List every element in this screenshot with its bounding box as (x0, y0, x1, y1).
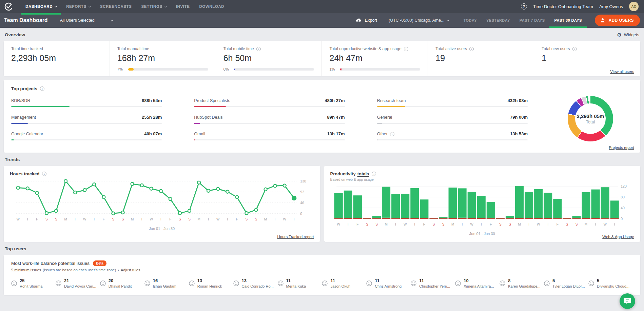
svg-text:120: 120 (621, 184, 627, 188)
svg-text:S: S (246, 217, 248, 221)
range-tab-past-30-days[interactable]: PAST 30 DAYS (549, 13, 586, 28)
min-issues-link[interactable]: 5 minimum issues (11, 268, 41, 272)
svg-text:T: T (394, 222, 396, 226)
nav-item-download[interactable]: DOWNLOAD (194, 0, 229, 13)
user-entry[interactable]: 5Tyler Logan DiLor... (544, 278, 588, 288)
trends-heading: Trends (5, 157, 20, 162)
project-hours: 79h 00m (510, 115, 528, 120)
info-icon[interactable]: i (390, 132, 394, 136)
user-entry[interactable]: 11Jason Okuh (322, 278, 366, 288)
stat-percent: 0% (223, 67, 231, 71)
svg-text:M: M (584, 222, 587, 226)
project-name: Otheri (377, 132, 394, 136)
top-nav: DASHBOARDREPORTSSCREENCASTSSETTINGSINVIT… (0, 0, 644, 13)
svg-text:S: S (442, 222, 444, 226)
svg-text:T: T (293, 217, 295, 221)
timedoctor-logo-icon[interactable] (4, 2, 13, 11)
user-issue-count: 8 (508, 278, 540, 283)
nav-item-reports[interactable]: REPORTS (61, 0, 95, 13)
user-entry[interactable]: 5Divyanshu Choud... (588, 278, 633, 288)
chat-widget-button[interactable] (620, 293, 635, 309)
user-name: Chris Armstrong (375, 284, 402, 288)
svg-text:S: S (188, 217, 191, 221)
user-name[interactable]: Amy Owens (599, 4, 623, 9)
productivity-chart[interactable]: 12080400WTFSSMTWTFSSMTWTFSSMTWTFSSMTWT (330, 183, 635, 230)
info-icon[interactable]: i (572, 47, 577, 51)
adjust-rules-link[interactable]: Adjust rules (121, 268, 140, 272)
productivity-chart-caption: Jun 01 - Jun 30 (330, 232, 635, 236)
avatar[interactable]: AO (629, 2, 639, 11)
svg-text:W: W (216, 217, 220, 221)
progress-track (128, 68, 208, 71)
project-progress-track (11, 139, 162, 140)
svg-text:W: W (17, 217, 20, 221)
user-entry[interactable]: 13Ronan Henrick (189, 278, 233, 288)
project-progress-fill (11, 123, 28, 124)
svg-text:F: F (103, 217, 105, 221)
productivity-subtitle: Based on web & app usage (330, 177, 635, 181)
info-icon[interactable]: i (40, 86, 44, 91)
project-progress-fill (377, 123, 382, 124)
user-name: David Povoa Can... (64, 284, 96, 288)
svg-text:F: F (423, 222, 425, 226)
range-tab-today[interactable]: TODAY (459, 13, 482, 28)
user-entry[interactable]: 25Rohit Sharma (11, 278, 56, 288)
stat-progress: 1% (329, 67, 420, 71)
user-filter-dropdown[interactable]: All Users Selected (60, 18, 113, 23)
timezone-dropdown[interactable]: (UTC -05:00) Chicago, Ame... (389, 18, 449, 23)
range-tab-yesterday[interactable]: YESTERDAY (482, 13, 515, 28)
sad-face-icon (544, 280, 550, 286)
company-name[interactable]: Time Doctor Onboarding Team (533, 4, 593, 9)
nav-item-settings[interactable]: SETTINGS (136, 0, 171, 13)
project-row: BDR/SDR888h 54m (11, 98, 162, 108)
svg-text:S: S (575, 222, 578, 226)
svg-text:S: S (432, 222, 435, 226)
sad-face-icon (189, 280, 195, 286)
user-entry[interactable]: 20Dhaval Pandit (100, 278, 144, 288)
svg-text:T: T (160, 217, 162, 221)
hours-tracked-chart[interactable]: 13892460WTFSSMTWTFSSMTWTFSSMTWTFSSMTWT (10, 178, 314, 225)
web-app-usage-link[interactable]: Web & App Usage (602, 235, 634, 239)
project-hours: 13h 53m (510, 131, 528, 136)
productivity-title-prefix: Productivity (330, 171, 356, 176)
user-entry[interactable]: 8Karen Guadalupe... (500, 278, 544, 288)
projects-report-link[interactable]: Projects report (609, 145, 634, 150)
stat-percent: 1% (329, 67, 337, 71)
add-users-button[interactable]: ADD USERS (595, 15, 640, 26)
stat-label: Total time tracked (11, 46, 102, 51)
stat-percent: 7% (117, 67, 125, 71)
info-icon[interactable]: i (256, 47, 261, 51)
nav-item-dashboard[interactable]: DASHBOARD (21, 0, 61, 13)
user-entry[interactable]: 13Caio Conrado Ro... (233, 278, 278, 288)
user-entry[interactable]: 11Chris Armstrong (366, 278, 411, 288)
info-icon[interactable]: i (372, 172, 376, 176)
view-all-users-link[interactable]: View all users (610, 70, 634, 74)
nav-item-screencasts[interactable]: SCREENCASTS (95, 0, 137, 13)
svg-text:W: W (283, 217, 286, 221)
sad-face-icon (411, 280, 416, 286)
hours-tracked-report-link[interactable]: Hours Tracked report (277, 235, 314, 239)
user-entry[interactable]: 11Merita Kuka (278, 278, 322, 288)
range-tab-past-7-days[interactable]: PAST 7 DAYS (515, 13, 550, 28)
widgets-button[interactable]: ⚙ Widgets (617, 32, 639, 37)
user-entry[interactable]: 21David Povoa Can... (56, 278, 100, 288)
svg-text:S: S (366, 222, 368, 226)
chevron-down-icon (111, 19, 113, 21)
user-entry[interactable]: 16Ishan Gautam (144, 278, 189, 288)
help-icon[interactable]: ? (521, 3, 527, 9)
info-icon[interactable]: i (404, 47, 408, 51)
progress-fill (128, 68, 134, 71)
nav-item-invite[interactable]: INVITE (171, 0, 195, 13)
stat-1: Total manual time168h 27m7% (110, 41, 216, 76)
page-toolbar: Team Dashboard All Users Selected Export… (0, 13, 644, 28)
info-icon[interactable]: i (42, 172, 46, 176)
user-entry[interactable]: 10Ximena Altamira... (455, 278, 500, 288)
user-name: Karen Guadalupe... (508, 284, 540, 288)
project-progress-track (11, 106, 162, 107)
export-button[interactable]: Export (355, 18, 377, 23)
info-icon[interactable]: i (469, 47, 474, 51)
projects-donut-chart[interactable]: 2,293h 05m Total (568, 96, 613, 141)
productivity-title-underlined[interactable]: totals (357, 171, 369, 176)
user-entry[interactable]: 11Christopher Yerri... (411, 278, 455, 288)
chevron-down-icon (55, 5, 57, 7)
